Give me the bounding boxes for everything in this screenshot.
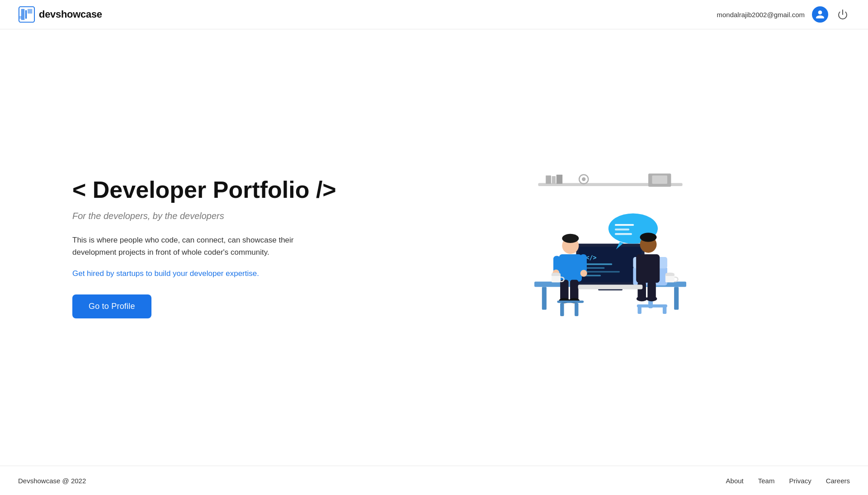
hero-illustration: </> (515, 164, 705, 331)
svg-point-57 (646, 296, 657, 302)
hero-title: < Developer Portfolio /> (72, 177, 389, 204)
svg-point-56 (637, 296, 647, 302)
svg-rect-39 (570, 280, 578, 300)
user-email: mondalrajib2002@gmail.com (717, 11, 805, 19)
svg-point-11 (582, 177, 585, 181)
svg-rect-50 (663, 306, 666, 314)
footer-nav: About Team Privacy Careers (726, 477, 850, 485)
svg-rect-42 (557, 301, 584, 303)
svg-point-37 (580, 270, 587, 277)
svg-point-32 (562, 234, 579, 243)
footer-link-about[interactable]: About (726, 477, 744, 485)
main-content: < Developer Portfolio /> For the develop… (0, 29, 868, 466)
illustration-svg: </> (515, 164, 705, 331)
svg-rect-48 (637, 304, 667, 308)
svg-rect-3 (28, 9, 32, 14)
svg-rect-28 (615, 224, 634, 226)
footer-link-team[interactable]: Team (758, 477, 775, 485)
svg-point-63 (665, 272, 675, 276)
power-button[interactable] (835, 7, 850, 22)
footer-copyright: Devshowcase @ 2022 (18, 477, 86, 485)
footer-link-careers[interactable]: Careers (826, 477, 850, 485)
svg-rect-64 (578, 285, 643, 289)
svg-rect-30 (615, 233, 632, 235)
header: ≡ devshowcase mondalrajib2002@gmail.com (0, 0, 868, 29)
header-right: mondalrajib2002@gmail.com (717, 6, 850, 23)
svg-rect-51 (636, 254, 660, 283)
svg-text:</>: </> (585, 254, 596, 261)
logo-text: devshowcase (39, 9, 102, 20)
svg-rect-13 (652, 175, 667, 183)
hero-left: < Developer Portfolio /> For the develop… (72, 177, 389, 318)
svg-rect-7 (546, 175, 551, 183)
svg-rect-2 (25, 10, 27, 19)
svg-rect-22 (582, 271, 620, 272)
svg-rect-16 (674, 287, 679, 309)
svg-rect-49 (637, 306, 641, 314)
svg-point-60 (552, 272, 561, 276)
logo[interactable]: ≡ devshowcase (18, 6, 102, 23)
svg-rect-38 (560, 280, 568, 300)
svg-rect-15 (542, 287, 547, 309)
logo-icon: ≡ (18, 6, 35, 23)
hero-right: </> (425, 164, 796, 331)
hero-description: This is where people who code, can conne… (72, 234, 316, 258)
svg-rect-9 (557, 175, 562, 184)
footer: Devshowcase @ 2022 About Team Privacy Ca… (0, 466, 868, 495)
avatar[interactable] (812, 6, 828, 23)
hero-subtitle: For the developers, by the developers (72, 211, 389, 221)
svg-rect-8 (552, 176, 556, 184)
svg-point-53 (640, 233, 657, 242)
hire-link[interactable]: Get hired by startups to build your deve… (72, 269, 389, 278)
svg-rect-43 (560, 303, 564, 316)
svg-rect-29 (615, 229, 629, 230)
footer-link-privacy[interactable]: Privacy (789, 477, 811, 485)
svg-text:≡: ≡ (19, 15, 22, 20)
go-to-profile-button[interactable]: Go to Profile (72, 294, 151, 318)
svg-rect-44 (575, 303, 578, 316)
